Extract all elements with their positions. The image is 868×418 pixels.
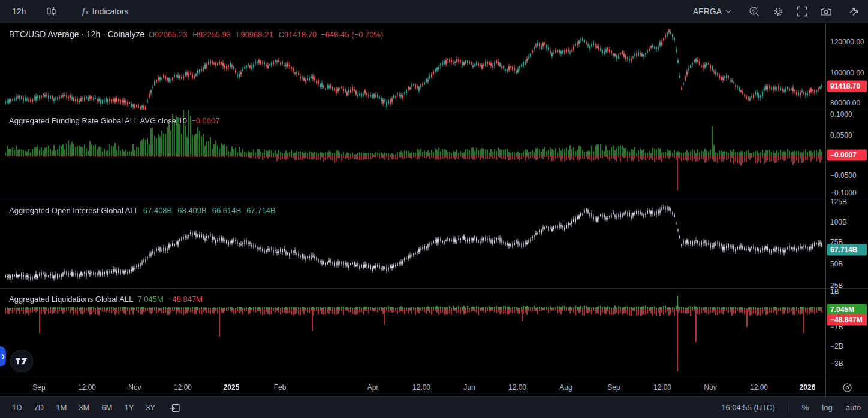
- time-axis-label[interactable]: 2025: [224, 383, 240, 392]
- clock-icon: [842, 383, 852, 393]
- auto-scale-button[interactable]: auto: [846, 403, 861, 412]
- pane-separator[interactable]: [0, 288, 868, 289]
- time-axis-label[interactable]: 12:00: [174, 383, 192, 392]
- funding-pane-legend[interactable]: Aggregated Funding Rate Global ALL AVG c…: [9, 116, 219, 125]
- open-interest-value: 66.614B: [212, 206, 241, 215]
- last-value-badge: 91418.70: [827, 81, 867, 92]
- tradingview-logo-icon: [15, 356, 28, 366]
- time-axis-label[interactable]: Nov: [704, 383, 716, 392]
- interval-button[interactable]: 12h: [6, 3, 32, 20]
- percent-scale-button[interactable]: %: [802, 403, 809, 412]
- liquidations-negative-value: −48.847M: [168, 295, 203, 304]
- time-axis-label[interactable]: Feb: [274, 383, 287, 392]
- axis-tick-label: 120000.00: [830, 38, 864, 46]
- ohlc-item: C91418.70: [279, 30, 317, 39]
- calendar-goto-icon: [169, 402, 180, 413]
- range-button-6m[interactable]: 6M: [97, 401, 117, 414]
- price-pane-legend[interactable]: BTC/USD Average · 12h · Coinalyze O92065…: [9, 29, 383, 39]
- funding-value: −0.0007: [191, 116, 219, 125]
- time-axis-label[interactable]: Apr: [367, 383, 379, 392]
- ohlc-item: L90968.21: [236, 30, 273, 39]
- ohlc-item: O92065.23: [149, 30, 187, 39]
- timezone-button[interactable]: [825, 378, 868, 397]
- axis-tick-label: 0.1000: [830, 110, 852, 119]
- axis-tick-label: 100B: [830, 218, 847, 226]
- last-value-badge: −0.0007: [827, 150, 867, 161]
- top-toolbar: 12h ƒx Indicators AFRGA: [0, 0, 868, 23]
- drawing-toolbar-toggle[interactable]: ❯: [0, 346, 6, 366]
- axis-tick-label: 1B: [830, 287, 839, 296]
- current-time[interactable]: 16:04:55 (UTC): [721, 403, 775, 412]
- last-value-badge: −48.847M: [827, 314, 867, 326]
- ohlc-item: H92255.93: [193, 30, 231, 39]
- chart-area[interactable]: BTC/USD Average · 12h · Coinalyze O92065…: [0, 23, 825, 378]
- range-button-3m[interactable]: 3M: [74, 401, 94, 414]
- bottom-toolbar: 1D7D1M3M6M1Y3Y 16:04:55 (UTC) % log auto: [0, 396, 868, 418]
- time-axis-label[interactable]: Nov: [128, 383, 141, 392]
- layout-selector[interactable]: AFRGA: [687, 3, 737, 20]
- ohlc-values: O92065.23H92255.93L90968.21C91418.70: [149, 30, 317, 39]
- time-axis-label[interactable]: 12:00: [750, 383, 768, 392]
- toolbar-separator: [0, 23, 868, 23]
- range-button-1y[interactable]: 1Y: [119, 401, 138, 414]
- time-axis[interactable]: Sep12:00Nov12:002025FebApr12:00Jun12:00A…: [0, 378, 868, 396]
- time-axis-label[interactable]: 12:00: [508, 383, 526, 392]
- chart-type-button[interactable]: [43, 3, 59, 20]
- indicators-label: Indicators: [92, 7, 129, 16]
- chart-application: 12h ƒx Indicators AFRGA: [0, 0, 868, 418]
- screenshot-button[interactable]: [818, 3, 834, 20]
- interval-label: 12h: [12, 7, 26, 16]
- toolbar-divider: [788, 402, 789, 413]
- chevron-down-icon: [725, 10, 731, 13]
- open-interest-value: 68.409B: [177, 206, 206, 215]
- date-range-buttons: 1D7D1M3M6M1Y3Y: [7, 401, 160, 414]
- open-interest-values: 67.408B68.409B66.614B67.714B: [143, 206, 276, 215]
- time-axis-label[interactable]: 12:00: [412, 383, 430, 392]
- time-axis-label[interactable]: 12:00: [78, 383, 96, 392]
- liquidations-title: Aggregated Liquidations Global ALL: [9, 295, 133, 304]
- axis-tick-label: 80000.00: [830, 99, 860, 107]
- axis-tick-label: −2B: [830, 342, 843, 350]
- open-interest-pane-legend[interactable]: Aggregated Open Interest Global ALL 67.4…: [9, 206, 276, 215]
- change-value: −648.45 (−0.70%): [321, 30, 383, 39]
- fullscreen-button[interactable]: [794, 3, 810, 20]
- range-button-1d[interactable]: 1D: [7, 401, 27, 414]
- indicators-button[interactable]: ƒx Indicators: [75, 3, 134, 20]
- time-axis-label[interactable]: Aug: [559, 383, 572, 392]
- axis-tick-label: 100000.00: [830, 69, 864, 77]
- range-button-1m[interactable]: 1M: [51, 401, 71, 414]
- layout-name: AFRGA: [693, 7, 722, 16]
- log-scale-button[interactable]: log: [822, 403, 832, 412]
- last-value-badge: 67.714B: [827, 244, 867, 256]
- open-interest-value: 67.714B: [246, 206, 275, 215]
- liquidations-pane-legend[interactable]: Aggregated Liquidations Global ALL 7.045…: [9, 295, 203, 304]
- time-axis-label[interactable]: 2026: [800, 383, 816, 392]
- fullscreen-icon: [797, 6, 807, 17]
- price-axis[interactable]: 120000.00100000.0080000.0091418.700.1000…: [826, 23, 868, 378]
- go-to-date-button[interactable]: [166, 399, 183, 416]
- time-axis-label[interactable]: 12:00: [653, 383, 671, 392]
- funding-title: Aggregated Funding Rate Global ALL AVG c…: [9, 116, 187, 125]
- quick-search-button[interactable]: [746, 3, 762, 20]
- axis-tick-label: 50B: [830, 260, 843, 268]
- candlestick-icon: [46, 6, 57, 17]
- quick-search-icon: [749, 6, 760, 17]
- price-axis-separator: [825, 23, 826, 396]
- fx-icon: ƒx: [81, 5, 89, 17]
- range-button-7d[interactable]: 7D: [29, 401, 49, 414]
- time-axis-label[interactable]: Sep: [32, 383, 45, 392]
- tradingview-logo[interactable]: [10, 350, 33, 372]
- pane-separator[interactable]: [0, 199, 868, 199]
- chevron-right-icon: ❯: [1, 353, 5, 359]
- open-interest-value: 67.408B: [143, 206, 172, 215]
- publish-button[interactable]: [845, 3, 862, 20]
- pane-separator[interactable]: [0, 110, 868, 110]
- time-axis-label[interactable]: Sep: [607, 383, 620, 392]
- symbol-title: BTC/USD Average · 12h · Coinalyze: [9, 29, 144, 39]
- axis-tick-label: −3B: [830, 359, 843, 368]
- time-axis-label[interactable]: Jun: [463, 383, 475, 392]
- settings-button[interactable]: [770, 3, 786, 20]
- range-button-3y[interactable]: 3Y: [141, 401, 160, 414]
- liquidations-positive-value: 7.045M: [137, 295, 163, 304]
- open-interest-title: Aggregated Open Interest Global ALL: [9, 206, 139, 215]
